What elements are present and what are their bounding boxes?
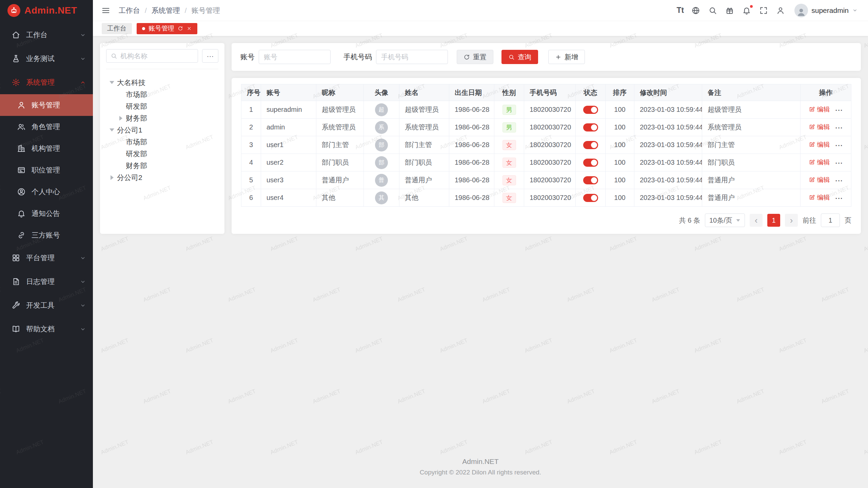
locale-icon[interactable]: [691, 5, 701, 16]
reset-button[interactable]: 重置: [457, 50, 493, 64]
row-more-button[interactable]: ···: [835, 106, 843, 114]
user-icon: [17, 101, 26, 109]
font-size-icon[interactable]: Tt: [677, 5, 684, 16]
sidebar-item-account-management[interactable]: 账号管理: [0, 94, 93, 116]
cell-phone: 18020030720: [524, 154, 576, 171]
account-icon[interactable]: [775, 5, 786, 16]
sidebar-item-system-management[interactable]: 系统管理: [0, 70, 93, 94]
search-glyph: [508, 54, 515, 60]
prev-page-button[interactable]: ‹: [750, 214, 763, 227]
logo[interactable]: Admin.NET: [0, 0, 93, 21]
notification-badge: [749, 4, 753, 8]
cell-nickname: 其他: [316, 189, 364, 207]
row-more-button[interactable]: ···: [835, 159, 843, 167]
caret-right-icon[interactable]: [118, 116, 124, 121]
sidebar-item-dev-tools[interactable]: 开发工具: [0, 293, 93, 317]
sidebar-item-log-management[interactable]: 日志管理: [0, 270, 93, 293]
sidebar-item-workbench[interactable]: 工作台: [0, 23, 93, 47]
notification-icon[interactable]: [742, 5, 752, 16]
hamburger-glyph: [101, 6, 111, 15]
tree-node[interactable]: 大名科技: [106, 77, 218, 88]
column-header: 头像: [364, 84, 399, 101]
sidebar-item-role-management[interactable]: 角色管理: [0, 116, 93, 138]
tree-node[interactable]: 财务部: [106, 112, 218, 124]
edit-button[interactable]: 编辑: [809, 140, 830, 149]
caret-right-icon[interactable]: [109, 175, 115, 180]
breadcrumb-item[interactable]: 工作台: [119, 6, 140, 15]
chevron-down-icon: [852, 7, 858, 13]
cell-birthday: 1986-06-28: [449, 136, 494, 154]
phone-input[interactable]: [376, 50, 448, 64]
status-toggle[interactable]: [583, 106, 598, 114]
row-more-button[interactable]: ···: [835, 195, 843, 202]
gear-icon: [12, 78, 20, 87]
edit-button[interactable]: 编辑: [809, 123, 830, 131]
next-page-button[interactable]: ›: [785, 214, 798, 227]
tab-close-icon[interactable]: [186, 26, 192, 31]
column-header: 手机号码: [524, 84, 576, 101]
row-more-button[interactable]: ···: [835, 124, 843, 131]
add-button[interactable]: 新增: [548, 50, 585, 64]
sidebar-item-notice-announcement[interactable]: 通知公告: [0, 203, 93, 224]
fullscreen-icon[interactable]: [758, 5, 769, 16]
tab-refresh-icon[interactable]: [178, 26, 183, 31]
tree-node[interactable]: 研发部: [106, 148, 218, 160]
chevron-down-icon: [80, 302, 86, 309]
tab-workbench[interactable]: 工作台: [102, 23, 132, 34]
edit-button-label: 编辑: [817, 158, 830, 167]
cell-birthday: 1986-06-28: [449, 119, 494, 136]
search-button[interactable]: 查询: [501, 50, 538, 64]
search-glyph: [708, 6, 717, 15]
goto-page-input[interactable]: [821, 214, 840, 227]
status-toggle[interactable]: [583, 159, 598, 167]
breadcrumb-item[interactable]: 系统管理: [152, 6, 180, 15]
sidebar-item-third-party-account[interactable]: 三方账号: [0, 224, 93, 246]
page-number-1[interactable]: 1: [767, 214, 780, 227]
sidebar-item-business-test[interactable]: 业务测试: [0, 47, 93, 70]
caret-down-icon[interactable]: [109, 81, 115, 84]
tree-node[interactable]: 市场部: [106, 136, 218, 148]
tab-account-management[interactable]: 账号管理: [137, 23, 197, 34]
sidebar-item-label: 个人中心: [32, 187, 60, 197]
sidebar-item-platform-management[interactable]: 平台管理: [0, 246, 93, 270]
topbar: 工作台/系统管理/账号管理 Tt superadmin: [93, 0, 868, 21]
tree-node[interactable]: 市场部: [106, 88, 218, 100]
org-search-box[interactable]: [106, 49, 198, 63]
edit-icon: [809, 124, 815, 130]
tree-node[interactable]: 研发部: [106, 100, 218, 112]
table-row: 6user4其他其其他1986-06-28女180200307201002023…: [241, 189, 851, 207]
cell-status: [576, 154, 606, 171]
theme-icon[interactable]: [725, 5, 735, 16]
sidebar-item-profile-center[interactable]: 个人中心: [0, 181, 93, 203]
tree-node[interactable]: 分公司2: [106, 171, 218, 183]
menu-collapse-icon[interactable]: [101, 6, 111, 15]
row-more-button[interactable]: ···: [835, 177, 843, 184]
search-icon[interactable]: [708, 5, 718, 16]
app-root: Admin.NET 工作台业务测试系统管理账号管理角色管理机构管理职位管理个人中…: [0, 0, 868, 488]
status-toggle[interactable]: [583, 194, 598, 202]
page-size-select[interactable]: 10条/页: [705, 214, 745, 227]
row-more-button[interactable]: ···: [835, 142, 843, 149]
footer-title: Admin.NET: [100, 458, 861, 466]
caret-down-icon[interactable]: [109, 128, 115, 131]
status-toggle[interactable]: [583, 176, 598, 184]
tree-node[interactable]: 财务部: [106, 160, 218, 171]
cell-operations: 编辑···: [801, 154, 851, 171]
user-menu[interactable]: superadmin: [794, 4, 858, 17]
tree-node[interactable]: 分公司1: [106, 124, 218, 136]
edit-button[interactable]: 编辑: [809, 158, 830, 167]
column-header: 账号: [261, 84, 316, 101]
edit-button[interactable]: 编辑: [809, 193, 830, 202]
sidebar-item-org-management[interactable]: 机构管理: [0, 138, 93, 159]
edit-button[interactable]: 编辑: [809, 176, 830, 184]
edit-icon: [809, 177, 815, 183]
sidebar-item-position-management[interactable]: 职位管理: [0, 159, 93, 181]
cell-birthday: 1986-06-28: [449, 189, 494, 207]
sidebar-item-help-docs[interactable]: 帮助文档: [0, 317, 93, 341]
org-search-input[interactable]: [120, 52, 194, 60]
status-toggle[interactable]: [583, 123, 598, 131]
edit-button[interactable]: 编辑: [809, 105, 830, 114]
account-input[interactable]: [259, 50, 331, 64]
status-toggle[interactable]: [583, 141, 598, 149]
org-more-button[interactable]: ···: [202, 49, 218, 63]
